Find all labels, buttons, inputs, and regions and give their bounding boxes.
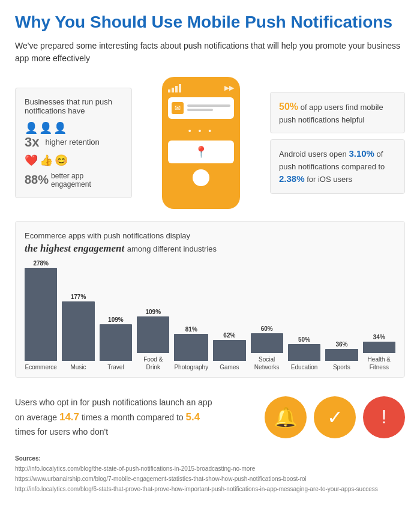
bottom-icons: 🔔 ✓ ! <box>265 396 405 438</box>
signal-bar-4 <box>179 84 181 92</box>
non-opt-launches: 5.4 <box>185 411 200 423</box>
engagement-percent: 88% <box>25 173 49 187</box>
notif-lines <box>187 104 230 111</box>
bar <box>213 340 245 361</box>
notif-mail-icon: ✉ <box>172 102 184 114</box>
signal-bar-2 <box>172 88 174 92</box>
bell-icon-circle: 🔔 <box>265 396 307 438</box>
bar-label: Games <box>220 363 239 371</box>
person-icon-1: 👤 <box>25 121 38 135</box>
bar-value: 278% <box>33 260 49 267</box>
person-icon-2: 👤 <box>39 121 52 135</box>
smile-icon: 😊 <box>55 154 68 167</box>
source-link-1: http://info.localytics.com/blog/the-stat… <box>15 464 405 474</box>
bottom-section: Users who opt in for push notifications … <box>15 390 405 445</box>
engagement-label: better app engagement <box>51 172 122 189</box>
bar-label: Health & Fitness <box>363 355 395 371</box>
chart-section: Ecommerce apps with push notifications d… <box>15 221 405 378</box>
phone-home-button[interactable] <box>193 169 209 186</box>
bar-label: Travel <box>107 363 124 371</box>
avg-launches: 14.7 <box>59 411 79 423</box>
bar <box>251 333 283 353</box>
chart-highlight: the highest engagement <box>25 243 124 254</box>
bar-group-games: 62%Games <box>213 332 245 371</box>
phone-dots: • • • <box>168 126 234 136</box>
signal-bars <box>168 84 181 92</box>
bar-group-travel: 109%Travel <box>100 316 132 371</box>
engagement-row: 88% better app engagement <box>25 172 122 189</box>
left-box-intro: Businesses that run push notifications h… <box>25 97 122 115</box>
signal-bar-3 <box>175 86 178 92</box>
bar-group-photography: 81%Photography <box>174 326 208 371</box>
sources-label: Sources: <box>15 455 41 462</box>
left-stat-box: Businesses that run push notifications h… <box>15 88 132 198</box>
retention-row: 3x higher retention <box>25 135 122 150</box>
page-wrapper: Why You Should Use Mobile Push Notificat… <box>0 0 420 503</box>
bar-label: Photography <box>174 363 208 371</box>
phone: ▶▶ ✉ • • • 📍 <box>162 77 240 209</box>
bar-group-health&fitness: 34%Health & Fitness <box>363 334 395 371</box>
bar <box>325 349 358 361</box>
notif-line-2 <box>187 109 213 111</box>
bar <box>62 301 94 361</box>
android-prefix: Android users open <box>279 150 347 159</box>
stat-50-percent: 50% <box>279 101 298 112</box>
bar-label: Food & Drink <box>137 355 169 371</box>
retention-label: higher retention <box>45 138 99 147</box>
bar-label: Social Networks <box>251 355 283 371</box>
bar-group-music: 177%Music <box>62 294 94 371</box>
bar-value: 60% <box>261 325 273 332</box>
bar-value: 177% <box>71 294 86 300</box>
stat-bubble-2: Android users open 3.10% of push notific… <box>270 139 405 194</box>
bar-value: 36% <box>335 341 347 348</box>
phone-time: ▶▶ <box>224 84 234 92</box>
bar-label: Music <box>70 363 86 371</box>
page-title: Why You Should Use Mobile Push Notificat… <box>15 12 405 32</box>
bar-group-sports: 36%Sports <box>325 341 358 371</box>
bar-group-ecommerce: 278%Ecommerce <box>25 260 57 371</box>
bar <box>288 344 320 361</box>
bar-value: 50% <box>298 336 310 343</box>
emoji-icons: ❤️ 👍 😊 <box>25 154 122 167</box>
notif-line-1 <box>187 104 230 107</box>
top-section: Businesses that run push notifications h… <box>15 77 405 209</box>
source-link-2: https://www.urbanairship.com/blog/7-mobi… <box>15 474 405 484</box>
bar <box>25 268 57 361</box>
bar-label: Education <box>291 363 317 371</box>
bar <box>174 334 208 361</box>
stats-right: 50% of app users find mobile push notifi… <box>270 92 405 194</box>
bar-label: Sports <box>333 363 350 371</box>
phone-bar: ▶▶ <box>168 84 234 92</box>
bar <box>137 316 169 353</box>
bar-label: Ecommerce <box>25 363 57 371</box>
location-icon: 📍 <box>194 145 208 159</box>
heart-icon: ❤️ <box>25 154 38 167</box>
person-icon-3: 👤 <box>53 121 67 135</box>
android-pct: 3.10% <box>349 148 374 159</box>
chart-subtitle: among different industries <box>127 244 217 253</box>
ios-pct: 2.38% <box>279 174 305 184</box>
bar-group-education: 50%Education <box>288 336 320 371</box>
bar <box>363 342 395 353</box>
phone-illustration: ▶▶ ✉ • • • 📍 <box>162 77 240 209</box>
header-subtitle: We've prepared some interesting facts ab… <box>15 40 405 65</box>
bar-value: 109% <box>145 309 161 315</box>
android-suffix: for iOS users <box>307 175 352 184</box>
bar-value: 81% <box>185 326 197 333</box>
signal-bar-1 <box>168 89 170 92</box>
bar-value: 109% <box>108 316 124 323</box>
chart-intro: Ecommerce apps with push notifications d… <box>25 231 395 240</box>
notification-2: 📍 <box>168 141 234 163</box>
bar <box>100 324 132 361</box>
bar-group-food&drink: 109%Food & Drink <box>137 309 169 371</box>
check-icon-circle: ✓ <box>314 396 356 438</box>
bar-value: 62% <box>223 332 235 339</box>
bottom-text: Users who opt in for push notifications … <box>15 396 213 439</box>
retention-number: 3x <box>25 135 39 150</box>
source-link-3: http://info.localytics.com/blog/6-stats-… <box>15 484 405 494</box>
people-icons: 👤 👤 👤 <box>25 121 122 135</box>
bar-group-socialnetworks: 60%Social Networks <box>251 325 283 371</box>
notification-1: ✉ <box>168 97 234 119</box>
stat-bubble-1: 50% of app users find mobile push notifi… <box>270 92 405 134</box>
exclaim-icon-circle: ! <box>363 396 405 438</box>
